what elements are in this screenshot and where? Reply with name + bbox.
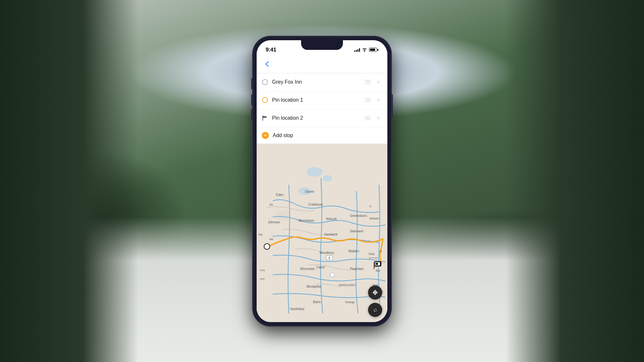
status-time: 9:41 (266, 47, 276, 53)
svg-text:Hardwick: Hardwick (324, 233, 338, 236)
route-item-2[interactable]: Pin location 1 × (257, 91, 387, 109)
svg-text:Woodbury: Woodbury (319, 251, 334, 255)
battery-tip (377, 49, 378, 51)
battery-icon (369, 48, 378, 52)
drag-line-6 (365, 101, 371, 102)
battery-fill (370, 49, 375, 51)
svg-point-2 (323, 175, 332, 181)
svg-point-39 (264, 244, 270, 249)
circle-yellow-icon (262, 97, 268, 103)
wifi-icon (362, 48, 367, 52)
svg-rect-4 (276, 210, 289, 220)
add-stop-label: Add stop (273, 133, 293, 138)
close-x-icon-3: × (376, 115, 380, 121)
svg-text:Northfield: Northfield (290, 307, 304, 311)
svg-text:we: we (269, 237, 273, 241)
svg-text:own: own (260, 277, 265, 280)
signal-bar-2 (356, 50, 357, 52)
add-stop-icon: + (262, 132, 269, 139)
drag-line-4 (365, 98, 371, 99)
svg-text:Peacham: Peacham (350, 267, 364, 271)
svg-text:Barre: Barre (313, 300, 321, 304)
signal-bar-4 (359, 48, 360, 52)
stop-2-icon (262, 97, 268, 103)
svg-text:Cabot: Cabot (316, 265, 325, 269)
drag-line-3 (365, 83, 371, 84)
svg-text:Morristown: Morristown (298, 219, 314, 222)
svg-text:Eden: Eden (276, 193, 283, 197)
drag-line-5 (365, 100, 371, 100)
svg-text:Jo: Jo (379, 250, 382, 253)
stop-3-icon (262, 115, 268, 121)
crosshair-circle (373, 291, 377, 294)
close-x-icon: × (376, 79, 380, 85)
svg-text:Danville: Danville (369, 256, 378, 259)
battery-body (369, 48, 377, 52)
back-button[interactable] (263, 59, 273, 69)
phone-screen: 9:41 (257, 40, 387, 322)
svg-text:S: S (369, 205, 371, 208)
svg-point-40 (330, 273, 335, 277)
stop-2-label: Pin location 1 (272, 97, 361, 103)
svg-text:Bar: Bar (376, 269, 380, 272)
back-arrow-icon (266, 61, 271, 67)
drag-line-9 (365, 119, 371, 120)
svg-text:2: 2 (328, 256, 330, 259)
close-x-icon-2: × (376, 97, 380, 103)
signal-icon (354, 48, 360, 52)
stop-1-label: Grey Fox Inn (272, 79, 361, 85)
phone-frame: 9:41 (253, 36, 391, 326)
drag-line-2 (365, 82, 371, 82)
svg-text:ille: ille (270, 203, 273, 206)
wifi-arc-3 (362, 48, 367, 51)
phone-wrapper: 9:41 (250, 33, 394, 329)
location-button[interactable] (368, 285, 382, 300)
stop-3-label: Pin location 2 (272, 115, 361, 121)
svg-text:Wolcott: Wolcott (326, 217, 336, 221)
svg-text:Montpelier: Montpelier (307, 285, 322, 288)
circle-outline-icon (262, 79, 268, 85)
svg-text:Johnson: Johnson (268, 220, 280, 224)
stop-1-icon (262, 79, 268, 85)
drag-line-1 (365, 80, 371, 81)
svg-text:Orange: Orange (345, 301, 355, 304)
svg-text:Sto: Sto (258, 233, 263, 236)
svg-rect-44 (375, 263, 378, 265)
svg-text:MIDDLESEX: MIDDLESEX (339, 283, 355, 287)
svg-text:Craftsbury: Craftsbury (308, 203, 323, 206)
map-controls: ⌕ (368, 285, 382, 317)
stop-1-drag-handle[interactable] (365, 80, 371, 84)
status-icons (354, 48, 378, 52)
stop-1-remove-button[interactable]: × (374, 78, 382, 86)
stop-3-drag-handle[interactable] (365, 116, 371, 120)
svg-text:Worcester: Worcester (300, 267, 315, 271)
tree-left (0, 0, 138, 362)
route-list: Grey Fox Inn × Pin location 1 (257, 73, 387, 144)
svg-point-1 (307, 167, 323, 177)
svg-text:Stannard: Stannard (350, 229, 363, 233)
stop-2-remove-button[interactable]: × (374, 96, 382, 104)
signal-bar-3 (357, 49, 358, 52)
route-item-1[interactable]: Grey Fox Inn × (257, 73, 387, 91)
nav-bar (257, 56, 387, 73)
route-item-3[interactable]: Pin location 2 × (257, 109, 387, 127)
svg-text:Glover: Glover (305, 190, 315, 193)
svg-text:Walden: Walden (348, 249, 359, 253)
flag-icon (262, 116, 268, 121)
drag-line-7 (365, 116, 371, 117)
wifi-dot (364, 51, 365, 52)
tree-right (506, 0, 644, 362)
svg-text:Greensboro: Greensboro (350, 214, 367, 218)
map-area[interactable]: 2 Eden Glover ille Johnson Craftsbury S … (257, 144, 387, 322)
phone-notch (301, 40, 343, 50)
stop-3-remove-button[interactable]: × (374, 114, 382, 122)
search-map-icon: ⌕ (374, 306, 377, 313)
drag-line-8 (365, 118, 371, 118)
search-map-button[interactable]: ⌕ (368, 303, 382, 317)
signal-bar-1 (354, 51, 355, 52)
add-stop-button[interactable]: + Add stop (257, 127, 387, 144)
svg-text:bury: bury (260, 269, 265, 272)
crosshair-icon (372, 289, 378, 296)
stop-2-drag-handle[interactable] (365, 98, 371, 102)
svg-text:Wheelo: Wheelo (369, 217, 379, 220)
